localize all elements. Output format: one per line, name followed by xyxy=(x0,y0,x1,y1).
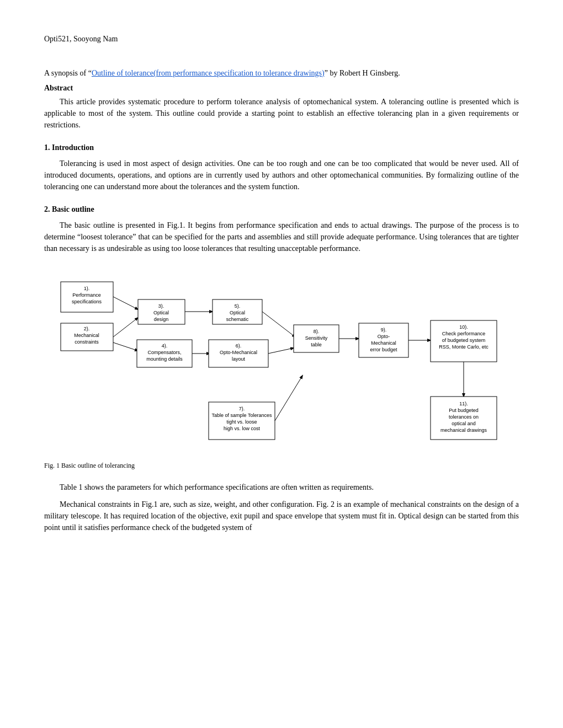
svg-text:mounting details: mounting details xyxy=(146,356,183,362)
svg-text:mechanical drawings: mechanical drawings xyxy=(440,427,487,433)
svg-text:2).: 2). xyxy=(84,326,90,331)
svg-text:3).: 3). xyxy=(158,303,164,309)
svg-text:Mechanical: Mechanical xyxy=(371,340,396,346)
flow-diagram: 1). Performance specifications 2). Mecha… xyxy=(44,265,519,456)
synopsis-prefix: A synopsis of “ xyxy=(44,69,92,77)
svg-text:4).: 4). xyxy=(162,343,168,349)
svg-text:optical and: optical and xyxy=(452,421,476,426)
svg-text:7).: 7). xyxy=(239,406,245,411)
svg-text:high vs. low cost: high vs. low cost xyxy=(224,426,261,431)
svg-text:schematic: schematic xyxy=(226,317,249,322)
figure-1: 1). Performance specifications 2). Mecha… xyxy=(44,265,519,470)
author-line: Opti521, Sooyong Nam xyxy=(44,33,519,45)
abstract-title: Abstract xyxy=(44,82,519,94)
svg-text:constraints: constraints xyxy=(75,339,99,345)
svg-text:design: design xyxy=(154,317,169,322)
svg-text:Optical: Optical xyxy=(230,310,245,315)
figure-caption: Fig. 1 Basic outline of tolerancing xyxy=(44,461,519,470)
svg-text:10).: 10). xyxy=(459,324,468,330)
svg-text:Sensitivity: Sensitivity xyxy=(305,335,328,341)
svg-text:table: table xyxy=(311,342,322,347)
svg-text:1).: 1). xyxy=(84,286,90,291)
svg-text:Compensators,: Compensators, xyxy=(147,350,181,355)
svg-text:Put budgeted: Put budgeted xyxy=(449,408,479,413)
svg-line-35 xyxy=(262,312,295,337)
svg-text:5).: 5). xyxy=(235,303,241,309)
svg-line-8 xyxy=(113,297,138,309)
svg-text:9).: 9). xyxy=(381,327,387,333)
svg-text:Check performance: Check performance xyxy=(442,331,486,336)
svg-text:tight vs. loose: tight vs. loose xyxy=(226,419,257,425)
synopsis-suffix: ” by Robert H Ginsberg. xyxy=(325,69,400,77)
svg-text:Opto-Mechanical: Opto-Mechanical xyxy=(220,350,257,355)
svg-text:RSS, Monte Carlo, etc: RSS, Monte Carlo, etc xyxy=(439,344,488,350)
abstract-text: This article provides systematic procedu… xyxy=(44,96,519,131)
synopsis-link[interactable]: Outline of tolerance(from performance sp… xyxy=(92,69,325,77)
svg-text:Mechanical: Mechanical xyxy=(74,333,99,338)
svg-text:error budget: error budget xyxy=(370,347,397,352)
body-para-1: Table 1 shows the parameters for which p… xyxy=(44,481,519,493)
svg-text:Table of sample Tolerances: Table of sample Tolerances xyxy=(212,413,272,418)
svg-line-9 xyxy=(113,318,138,337)
svg-text:Opto-: Opto- xyxy=(378,334,390,339)
outline-title: 2. Basic outline xyxy=(44,204,519,215)
intro-text: Tolerancing is used in most aspect of de… xyxy=(44,158,519,192)
svg-line-36 xyxy=(268,348,294,354)
svg-text:layout: layout xyxy=(232,356,246,362)
svg-text:tolerances on: tolerances on xyxy=(449,414,479,420)
svg-text:11).: 11). xyxy=(459,401,468,406)
svg-text:Performance: Performance xyxy=(72,292,101,298)
synopsis-paragraph: A synopsis of “Outline of tolerance(from… xyxy=(44,67,519,79)
body-para-2: Mechanical constraints in Fig.1 are, suc… xyxy=(44,499,519,533)
intro-title: 1. Introduction xyxy=(44,142,519,153)
svg-line-10 xyxy=(113,342,138,351)
svg-text:8).: 8). xyxy=(314,329,320,334)
outline-text: The basic outline is presented in Fig.1.… xyxy=(44,220,519,254)
svg-text:6).: 6). xyxy=(236,343,242,349)
svg-text:of budgeted system: of budgeted system xyxy=(442,338,486,343)
svg-text:specifications: specifications xyxy=(72,299,102,304)
svg-text:Optical: Optical xyxy=(153,310,169,315)
svg-line-34 xyxy=(275,376,302,421)
